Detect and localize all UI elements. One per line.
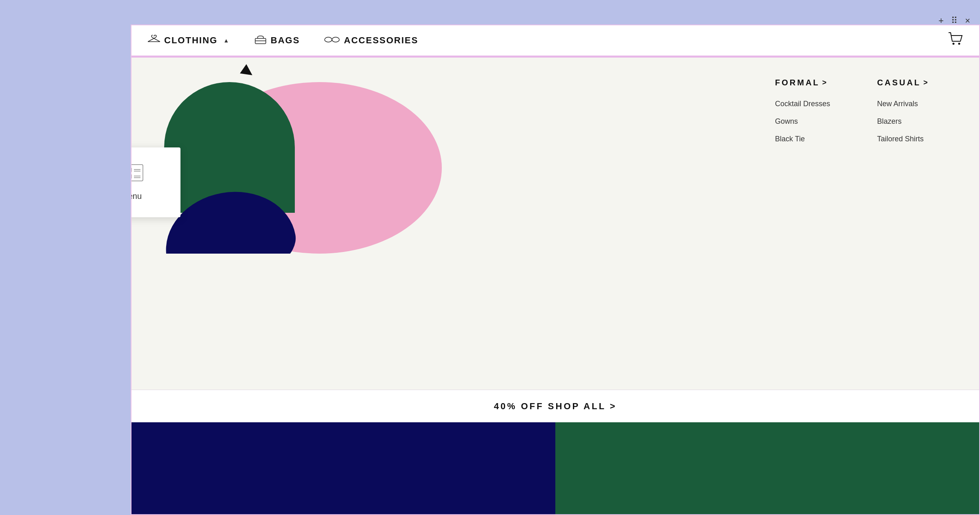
casual-item-blazers[interactable]: Blazers [877, 117, 955, 126]
svg-point-2 [325, 37, 332, 42]
svg-point-5 [958, 43, 960, 45]
below-fold [131, 422, 979, 514]
promo-bar[interactable]: 40% OFF SHOP ALL > [131, 390, 979, 422]
nav-item-accessories[interactable]: ACCESSORIES [324, 35, 418, 46]
svg-point-4 [953, 43, 955, 45]
clothing-label: CLOTHING [164, 35, 218, 46]
dropdown-area: Menu FORMAL > Cocktail Dresses Gowns Bla… [131, 58, 979, 254]
nav-item-clothing[interactable]: CLOTHING ▲ [148, 35, 230, 47]
promo-text: 40% OFF SHOP ALL > [494, 401, 617, 412]
bags-label: BAGS [271, 35, 300, 46]
formal-column: FORMAL > Cocktail Dresses Gowns Black Ti… [775, 78, 853, 233]
bags-icon [254, 35, 267, 46]
svg-point-3 [332, 37, 339, 42]
menu-tooltip: Menu [131, 147, 180, 217]
nav-item-bags[interactable]: BAGS [254, 35, 300, 46]
formal-item-cocktail[interactable]: Cocktail Dresses [775, 100, 853, 108]
formal-item-blacktie[interactable]: Black Tie [775, 135, 853, 143]
below-fold-green-section [555, 422, 979, 514]
accessories-label: ACCESSORIES [344, 35, 418, 46]
clothing-dropdown-arrow: ▲ [223, 37, 230, 44]
formal-arrow: > [822, 78, 829, 87]
casual-item-tailored[interactable]: Tailored Shirts [877, 135, 955, 143]
tooltip-menu-label: Menu [131, 192, 142, 201]
illustration-area: Menu [131, 58, 751, 254]
casual-item-newarrivals[interactable]: New Arrivals [877, 100, 955, 108]
clothing-icon [148, 35, 160, 47]
navbar: CLOTHING ▲ BAGS [131, 25, 979, 56]
menu-columns: FORMAL > Cocktail Dresses Gowns Black Ti… [751, 58, 979, 254]
browser-window: CLOTHING ▲ BAGS [131, 25, 980, 515]
nav-border [131, 56, 979, 58]
casual-column: CASUAL > New Arrivals Blazers Tailored S… [877, 78, 955, 233]
casual-category-title[interactable]: CASUAL > [877, 78, 955, 87]
cart-button[interactable] [948, 32, 963, 49]
formal-category-title[interactable]: FORMAL > [775, 78, 853, 87]
accessories-icon [324, 36, 340, 45]
tooltip-menu-icon [131, 164, 144, 183]
nav-items: CLOTHING ▲ BAGS [148, 35, 948, 47]
svg-rect-6 [131, 165, 143, 181]
below-fold-navy-section [131, 422, 555, 514]
formal-item-gowns[interactable]: Gowns [775, 117, 853, 126]
casual-arrow: > [923, 78, 929, 87]
